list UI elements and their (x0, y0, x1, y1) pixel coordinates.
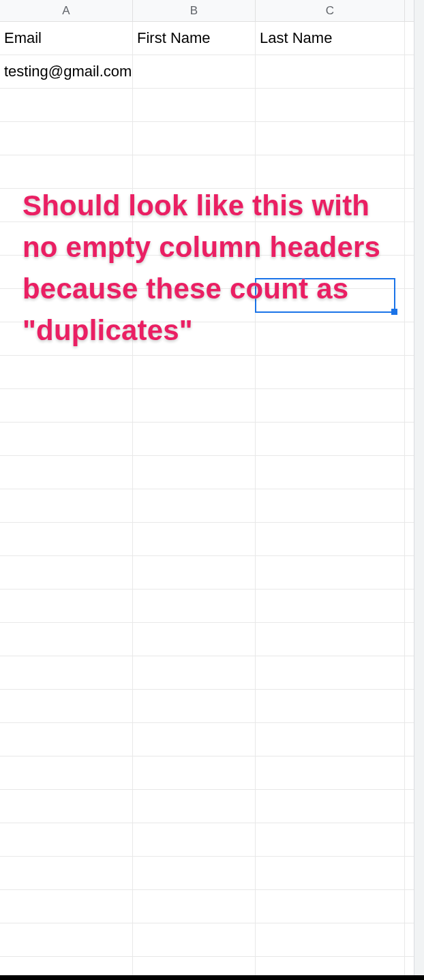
cell-b[interactable] (133, 589, 256, 622)
spreadsheet-row[interactable] (0, 489, 424, 523)
cell-a[interactable] (0, 857, 133, 889)
cell-b[interactable] (133, 55, 256, 88)
spreadsheet-row[interactable] (0, 923, 424, 957)
spreadsheet-row[interactable] (0, 823, 424, 857)
cell-a[interactable] (0, 189, 133, 221)
cell-a[interactable] (0, 89, 133, 121)
spreadsheet-row[interactable] (0, 690, 424, 723)
cell-b[interactable] (133, 857, 256, 889)
cell-a[interactable] (0, 389, 133, 422)
spreadsheet-row[interactable] (0, 89, 424, 122)
cell-a[interactable]: testing@gmail.com (0, 55, 133, 88)
grid-body[interactable]: EmailFirst NameLast Nametesting@gmail.co… (0, 22, 424, 980)
cell-c[interactable] (256, 322, 405, 355)
scrollbar-track[interactable] (414, 0, 424, 980)
cell-a[interactable] (0, 289, 133, 322)
spreadsheet-row[interactable] (0, 723, 424, 756)
cell-c[interactable] (256, 589, 405, 622)
cell-b[interactable] (133, 556, 256, 589)
cell-c[interactable] (256, 823, 405, 856)
spreadsheet-row[interactable] (0, 256, 424, 289)
cell-a[interactable] (0, 423, 133, 455)
cell-c[interactable] (256, 189, 405, 221)
cell-a[interactable]: Email (0, 22, 133, 55)
cell-c[interactable] (256, 423, 405, 455)
cell-b[interactable] (133, 356, 256, 388)
column-header-b[interactable]: B (133, 0, 256, 21)
cell-a[interactable] (0, 756, 133, 789)
cell-a[interactable] (0, 222, 133, 255)
cell-a[interactable] (0, 155, 133, 188)
cell-b[interactable] (133, 523, 256, 555)
spreadsheet-row[interactable]: testing@gmail.com (0, 55, 424, 89)
cell-b[interactable] (133, 423, 256, 455)
cell-a[interactable] (0, 890, 133, 923)
cell-a[interactable] (0, 823, 133, 856)
spreadsheet-row[interactable] (0, 356, 424, 389)
cell-b[interactable] (133, 322, 256, 355)
spreadsheet-row[interactable] (0, 890, 424, 923)
cell-b[interactable] (133, 790, 256, 823)
cell-b[interactable] (133, 256, 256, 288)
cell-c[interactable] (256, 155, 405, 188)
cell-a[interactable] (0, 322, 133, 355)
cell-c[interactable] (256, 623, 405, 656)
cell-c[interactable] (256, 690, 405, 722)
spreadsheet-row[interactable] (0, 222, 424, 256)
cell-b[interactable] (133, 723, 256, 756)
spreadsheet-row[interactable] (0, 189, 424, 222)
cell-b[interactable] (133, 656, 256, 689)
cell-c[interactable] (256, 857, 405, 889)
cell-c[interactable] (256, 55, 405, 88)
cell-a[interactable] (0, 556, 133, 589)
spreadsheet-row[interactable] (0, 289, 424, 322)
spreadsheet-row[interactable] (0, 155, 424, 189)
cell-b[interactable] (133, 155, 256, 188)
cell-c[interactable] (256, 923, 405, 956)
cell-b[interactable] (133, 823, 256, 856)
cell-c[interactable] (256, 556, 405, 589)
spreadsheet-row[interactable] (0, 122, 424, 155)
cell-b[interactable] (133, 456, 256, 489)
cell-c[interactable] (256, 756, 405, 789)
cell-b[interactable] (133, 623, 256, 656)
cell-b[interactable]: First Name (133, 22, 256, 55)
spreadsheet-row[interactable] (0, 756, 424, 790)
cell-c[interactable] (256, 790, 405, 823)
cell-b[interactable] (133, 756, 256, 789)
cell-b[interactable] (133, 89, 256, 121)
cell-b[interactable] (133, 389, 256, 422)
cell-a[interactable] (0, 256, 133, 288)
spreadsheet-row[interactable]: EmailFirst NameLast Name (0, 22, 424, 55)
cell-b[interactable] (133, 189, 256, 221)
cell-a[interactable] (0, 122, 133, 155)
cell-b[interactable] (133, 923, 256, 956)
cell-b[interactable] (133, 489, 256, 522)
cell-c[interactable] (256, 656, 405, 689)
cell-a[interactable] (0, 690, 133, 722)
cell-c[interactable] (256, 222, 405, 255)
cell-b[interactable] (133, 289, 256, 322)
spreadsheet-row[interactable] (0, 389, 424, 423)
cell-a[interactable] (0, 523, 133, 555)
spreadsheet-row[interactable] (0, 589, 424, 623)
spreadsheet-row[interactable] (0, 656, 424, 690)
spreadsheet-row[interactable] (0, 857, 424, 890)
cell-c[interactable] (256, 356, 405, 388)
cell-c[interactable] (256, 890, 405, 923)
spreadsheet-row[interactable] (0, 556, 424, 589)
cell-a[interactable] (0, 656, 133, 689)
cell-a[interactable] (0, 589, 133, 622)
cell-b[interactable] (133, 890, 256, 923)
column-header-c[interactable]: C (256, 0, 405, 21)
cell-a[interactable] (0, 456, 133, 489)
cell-b[interactable] (133, 122, 256, 155)
spreadsheet-row[interactable] (0, 523, 424, 556)
cell-b[interactable] (133, 690, 256, 722)
cell-c[interactable] (256, 122, 405, 155)
cell-b[interactable] (133, 222, 256, 255)
spreadsheet-row[interactable] (0, 790, 424, 823)
spreadsheet-row[interactable] (0, 322, 424, 356)
spreadsheet-row[interactable] (0, 456, 424, 489)
cell-c[interactable] (256, 456, 405, 489)
